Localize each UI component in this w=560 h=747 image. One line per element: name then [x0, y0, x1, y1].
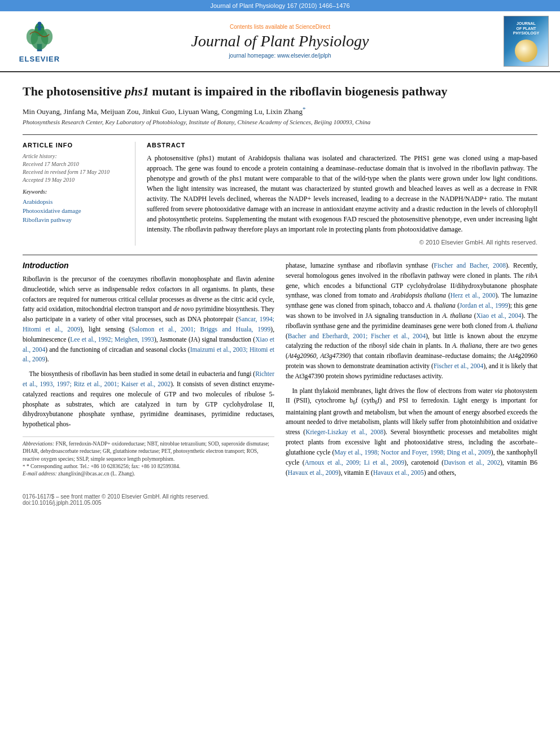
elsevier-label: ELSEVIER — [19, 55, 60, 63]
cite-davison[interactable]: Davison et al., 2002 — [444, 459, 500, 466]
abstract-column: ABSTRACT A photosensitive (phs1) mutant … — [147, 142, 537, 246]
sciencedirect-link: Contents lists available at ScienceDirec… — [68, 24, 492, 30]
cite-salomon[interactable]: Salomon et al., 2001; Briggs and Huala, … — [132, 326, 271, 333]
cover-decoration — [515, 40, 537, 62]
cite-havaux-e[interactable]: Havaux et al., 2005 — [373, 469, 424, 476]
keyword-arabidopsis[interactable]: Arabidopsis — [23, 198, 53, 205]
abstract-text: A photosensitive (phs1) mutant of Arabid… — [147, 153, 537, 234]
cite-fischer-bacher[interactable]: Fischer and Bacher, 2008 — [434, 262, 506, 269]
cite-may[interactable]: May et al., 1998; Noctor and Foyer, 1998… — [334, 449, 491, 456]
intro-heading: Introduction — [23, 261, 274, 270]
cite-havaux-b6[interactable]: Havaux et al., 2009 — [288, 469, 339, 476]
cite-krieger[interactable]: Krieger-Liszkay et al., 2008 — [305, 429, 383, 435]
authors: Min Ouyang, Jinfang Ma, Meijuan Zou, Jin… — [23, 106, 537, 116]
cite-herz[interactable]: Herz et al., 2000 — [450, 292, 496, 299]
intro-p2: The biosynthesis of riboflavin has been … — [23, 369, 274, 430]
cite-bacher-eberhardt[interactable]: Bacher and Eberhardt, 2001; Fischer et a… — [288, 333, 426, 339]
bottom-info: 0176-1617/$ – see front matter © 2010 El… — [23, 493, 537, 506]
article-content: The photosensitive phs1 mutant is impair… — [0, 72, 560, 517]
journal-cover-image: JOURNALOF PLANTPHYSIOLOGY — [492, 16, 549, 67]
section-divider — [23, 255, 537, 255]
journal-center: Contents lists available at ScienceDirec… — [68, 24, 492, 59]
journal-reference-text: Journal of Plant Physiology 167 (2010) 1… — [210, 2, 349, 9]
footnote-area: Abbreviations: FNR, ferredoxin-NADP+ oxi… — [23, 436, 274, 478]
intro-right-p1: phatase, lumazine synthase and riboflavi… — [286, 261, 537, 382]
article-info-column: ARTICLE INFO Article history: Received 1… — [23, 142, 135, 246]
cite-jordan[interactable]: Jordan et al., 1999 — [460, 302, 508, 309]
copyright: © 2010 Elsevier GmbH. All rights reserve… — [147, 239, 537, 246]
article-info-abstract: ARTICLE INFO Article history: Received 1… — [23, 134, 537, 246]
svg-point-5 — [38, 21, 42, 25]
issn-line: 0176-1617/$ – see front matter © 2010 El… — [23, 493, 537, 500]
intro-p1: Riboflavin is the precursor of the coenz… — [23, 274, 274, 365]
star-footnote: * * Corresponding author. Tel.: +86 10 6… — [23, 463, 274, 470]
revised-date: Received in revised form 17 May 2010 — [23, 169, 126, 175]
body-text-area: Introduction Riboflavin is the precursor… — [23, 261, 537, 482]
cover-text: JOURNALOF PLANTPHYSIOLOGY — [512, 20, 540, 37]
elsevier-tree-icon — [20, 20, 59, 54]
keywords-label: Keywords: — [23, 189, 126, 195]
cite-lee[interactable]: Lee et al., 1992; Meighen, 1993 — [70, 336, 154, 343]
doi-line: doi:10.1016/j.jplph.2011.05.005 — [23, 500, 537, 506]
body-col-right: phatase, lumazine synthase and riboflavi… — [286, 261, 537, 482]
accepted-date: Accepted 19 May 2010 — [23, 177, 126, 183]
intro-right-p2: In plant thylakoid membranes, light driv… — [286, 386, 537, 478]
cite-arnoux[interactable]: Arnoux et al., 2009; Li et al., 2009 — [304, 459, 404, 466]
cite-imaizumi[interactable]: Imaizumi et al., 2003; Hitomi et al., 20… — [23, 346, 274, 363]
article-title: The photosensitive phs1 mutant is impair… — [23, 84, 537, 100]
body-col-left: Introduction Riboflavin is the precursor… — [23, 261, 274, 482]
history-label: Article history: — [23, 153, 126, 159]
svg-rect-6 — [38, 25, 41, 30]
cite-fischer2[interactable]: Fischer et al., 2004 — [434, 362, 483, 369]
journal-reference-bar: Journal of Plant Physiology 167 (2010) 1… — [0, 0, 560, 11]
article-history: Article history: Received 17 March 2010 … — [23, 153, 126, 183]
journal-title: Journal of Plant Physiology — [68, 32, 492, 50]
cite-xiao2[interactable]: Xiao et al., 2004 — [476, 312, 522, 319]
article-info-label: ARTICLE INFO — [23, 142, 126, 148]
keyword-photooxidative[interactable]: Photooxidative damage — [23, 207, 81, 214]
received-date: Received 17 March 2010 — [23, 161, 126, 167]
cite-richter[interactable]: Richter et al., 1993, 1997; Ritz et al.,… — [23, 370, 274, 387]
journal-homepage: journal homepage: www.elsevier.de/jplph — [68, 53, 492, 59]
keywords-section: Keywords: Arabidopsis Photooxidative dam… — [23, 189, 126, 224]
abstract-label: ABSTRACT — [147, 142, 537, 148]
elsevier-logo: ELSEVIER — [11, 20, 68, 63]
affiliation: Photosynthesis Research Center, Key Labo… — [23, 119, 537, 125]
email-footnote: E-mail address: zhanglixin@ibcas.ac.cn (… — [23, 470, 274, 478]
keyword-riboflavin[interactable]: Riboflavin pathway — [23, 216, 72, 223]
abbrev-footnote: Abbreviations: FNR, ferredoxin-NADP+ oxi… — [23, 440, 274, 463]
intro-right-text: phatase, lumazine synthase and riboflavi… — [286, 261, 537, 478]
journal-cover: JOURNALOF PLANTPHYSIOLOGY — [504, 16, 549, 67]
journal-header: ELSEVIER Contents lists available at Sci… — [0, 11, 560, 72]
intro-left-text: Riboflavin is the precursor of the coenz… — [23, 274, 274, 430]
